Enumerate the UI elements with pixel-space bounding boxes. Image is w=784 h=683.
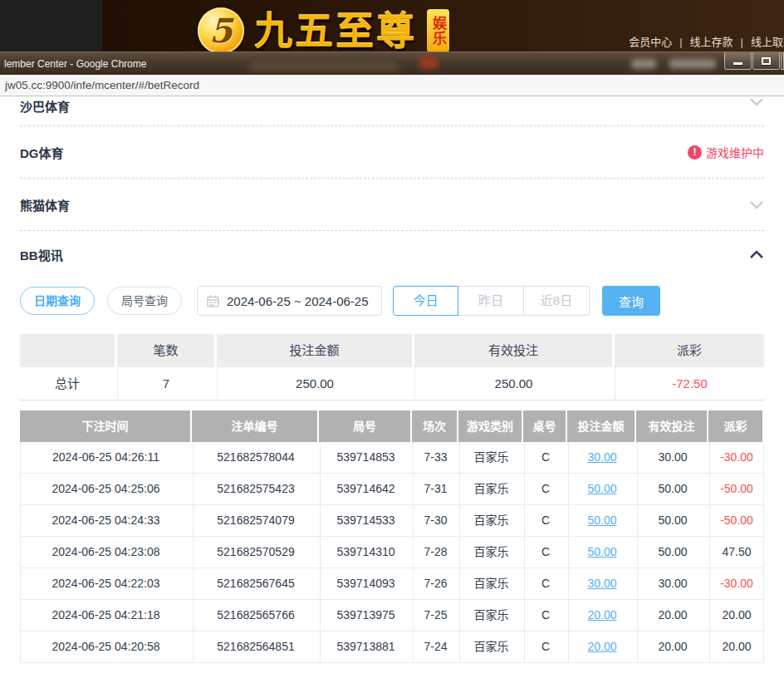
table-cell: 50.00 (637, 537, 708, 568)
table-cell: 百家乐 (459, 474, 522, 504)
search-button[interactable]: 查询 (602, 286, 660, 316)
table-cell: 百家乐 (459, 505, 522, 536)
table-cell: 521682565766 (193, 600, 318, 631)
site-logo: 5 九五至尊 娱乐 (198, 7, 449, 54)
records-header-cell: 有效投注 (636, 410, 707, 442)
maintenance-badge: ! 游戏维护中 (688, 144, 764, 160)
table-cell: 521682564851 (193, 631, 318, 662)
table-cell: 7-26 (413, 568, 458, 599)
nav-separator: | (741, 36, 743, 48)
bet-amount-link[interactable]: 30.00 (568, 442, 635, 473)
filter-toolbar: 日期查询 局号查询 2024-06-25 ~ 2024-06-25 今日 昨日 … (20, 286, 764, 316)
blurred-account-value (669, 59, 716, 69)
maximize-button[interactable] (752, 52, 780, 70)
date-range-input[interactable]: 2024-06-25 ~ 2024-06-25 (197, 286, 382, 316)
section-panda-sports[interactable]: 熊猫体育 (20, 179, 764, 231)
section-dg-sports[interactable]: DG体育 ! 游戏维护中 (20, 126, 764, 179)
page-url: jw05.cc:9900/infe/mcenter/#/betRecord (5, 79, 199, 91)
quick-8days-button[interactable]: 近8日 (524, 286, 590, 316)
table-cell: 2024-06-25 04:21:18 (21, 600, 191, 631)
alert-icon: ! (688, 145, 702, 160)
table-cell: 7-30 (413, 505, 458, 536)
table-cell: 2024-06-25 04:25:06 (21, 474, 191, 504)
table-cell: 521682574079 (193, 505, 318, 536)
table-cell: -30.00 (709, 568, 763, 599)
summary-count: 7 (117, 367, 214, 400)
table-cell: 539714853 (320, 442, 411, 473)
nav-withdraw[interactable]: 线上取款 (751, 36, 784, 48)
chevron-down-icon (749, 200, 764, 209)
section-title: BB视讯 (20, 246, 63, 263)
table-cell: 百家乐 (459, 442, 522, 473)
table-row: 2024-06-25 04:23:08521682570529539714310… (21, 537, 763, 568)
summary-valid-bet: 250.00 (414, 367, 612, 400)
records-header-cell: 游戏类别 (458, 410, 522, 442)
section-title: 熊猫体育 (20, 196, 70, 214)
blurred-badge (419, 57, 438, 69)
summary-total-label: 总计 (20, 367, 115, 400)
screen: 5 九五至尊 娱乐 会员中心|线上存款|线上取款 lember Center -… (0, 0, 784, 683)
table-row: 2024-06-25 04:26:11521682578044539714853… (21, 442, 763, 474)
table-row: 2024-06-25 04:24:33521682574079539714533… (21, 505, 763, 537)
records-body: 2024-06-25 04:26:11521682578044539714853… (20, 442, 764, 663)
nav-member-center[interactable]: 会员中心 (629, 36, 672, 48)
blurred-ornament (249, 63, 399, 71)
records-header-cell: 桌号 (523, 410, 566, 442)
bet-amount-link[interactable]: 30.00 (568, 568, 635, 599)
table-cell: 百家乐 (459, 568, 522, 599)
records-header-cell: 注单编号 (192, 410, 317, 442)
address-bar[interactable]: jw05.cc:9900/infe/mcenter/#/betRecord (0, 75, 784, 96)
maintenance-text: 游戏维护中 (706, 144, 764, 160)
nav-separator: | (679, 36, 682, 48)
minimize-button[interactable] (724, 52, 752, 70)
records-header-cell: 场次 (412, 410, 457, 442)
summary-payout: -72.50 (615, 367, 764, 400)
table-cell: C (524, 631, 566, 662)
summary-table: 笔数 投注金额 有效投注 派彩 总计 7 250.00 250.00 -72.5… (20, 334, 764, 400)
bet-amount-link[interactable]: 20.00 (568, 631, 635, 662)
background-window-corner (0, 0, 102, 52)
calendar-icon (207, 295, 219, 307)
records-table: 下注时间 注单编号 局号 场次 游戏类别 桌号 投注金额 有效投注 派彩 202… (20, 410, 764, 663)
bet-amount-link[interactable]: 50.00 (568, 537, 635, 568)
table-cell: C (524, 442, 566, 473)
table-cell: 521682575423 (193, 474, 318, 504)
table-cell: 20.00 (637, 631, 708, 662)
blurred-account-label (631, 59, 656, 69)
section-bb-live[interactable]: BB视讯 (20, 231, 764, 278)
quick-yesterday-button[interactable]: 昨日 (458, 286, 524, 316)
table-cell: 7-24 (413, 631, 458, 662)
section-saba-sports[interactable]: 沙巴体育 (20, 96, 764, 126)
table-cell: 539713881 (320, 631, 411, 662)
table-cell: 7-28 (413, 537, 458, 568)
table-cell: 539714642 (320, 474, 411, 504)
table-cell: 30.00 (637, 568, 708, 599)
tab-date-query[interactable]: 日期查询 (20, 287, 95, 315)
summary-header-cell: 有效投注 (414, 334, 612, 367)
table-cell: 20.00 (709, 600, 763, 631)
table-cell: -50.00 (709, 505, 763, 536)
table-cell: 百家乐 (459, 600, 522, 631)
table-cell: 539714533 (320, 505, 411, 536)
maximize-icon (762, 57, 771, 65)
table-cell: 百家乐 (459, 631, 522, 662)
bet-amount-link[interactable]: 50.00 (568, 474, 635, 504)
window-title: lember Center - Google Chrome (4, 58, 146, 70)
table-cell: 7-31 (413, 474, 458, 504)
tab-round-query[interactable]: 局号查询 (107, 287, 182, 315)
table-cell: 百家乐 (459, 537, 522, 568)
table-cell: C (524, 537, 566, 568)
table-cell: 539714310 (320, 537, 411, 568)
close-button-partial[interactable] (781, 52, 784, 70)
summary-total-row: 总计 7 250.00 250.00 -72.50 (20, 367, 764, 400)
top-nav: 会员中心|线上存款|线上取款 (629, 33, 784, 49)
bet-amount-link[interactable]: 20.00 (568, 600, 635, 631)
table-cell: 2024-06-25 04:26:11 (21, 442, 191, 473)
quick-today-button[interactable]: 今日 (393, 286, 458, 316)
bet-amount-link[interactable]: 50.00 (568, 505, 635, 536)
table-cell: 30.00 (637, 442, 708, 473)
nav-deposit[interactable]: 线上存款 (690, 36, 733, 48)
summary-header-cell: 投注金额 (217, 334, 412, 367)
table-cell: 2024-06-25 04:22:03 (21, 568, 191, 599)
records-header-cell: 投注金额 (567, 410, 635, 442)
